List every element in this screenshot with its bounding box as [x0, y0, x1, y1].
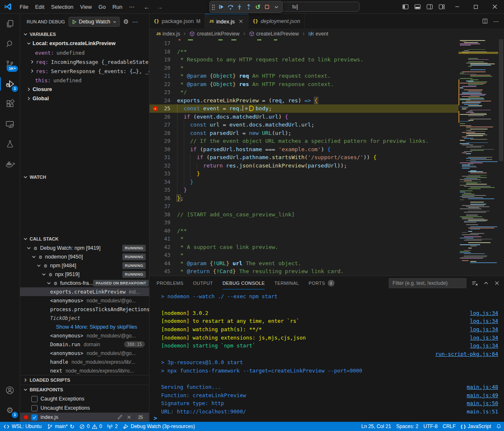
close-panel-icon[interactable]	[494, 280, 500, 286]
maximize-panel-icon[interactable]	[483, 280, 489, 286]
editor-gutter[interactable]: 38	[149, 210, 177, 219]
editor-gutter[interactable]: 32	[149, 162, 177, 170]
code-line[interactable]: 17	[149, 39, 458, 48]
step-over-button[interactable]	[226, 3, 234, 12]
editor-gutter[interactable]: 20	[149, 64, 177, 72]
status-language-mode[interactable]: { }JavaScript	[458, 422, 494, 431]
variable-row[interactable]: this:undefined	[20, 76, 149, 85]
menu-file[interactable]: File	[16, 2, 32, 12]
minimap[interactable]	[458, 39, 498, 276]
editor-gutter[interactable]: 27	[149, 121, 177, 129]
editor-gutter[interactable]: 23	[149, 88, 177, 96]
menu-edit[interactable]: Edit	[32, 2, 48, 12]
editor-gutter[interactable]: 31	[149, 153, 177, 162]
status-problems[interactable]: 00	[77, 422, 104, 431]
panel-tab-terminal[interactable]: TERMINAL	[274, 277, 299, 289]
editor-gutter[interactable]: 37	[149, 202, 177, 210]
variable-row[interactable]: Global	[20, 94, 149, 103]
continue-button[interactable]	[217, 3, 225, 12]
activity-item-run-and-debug[interactable]: 1	[0, 74, 20, 94]
editor-gutter[interactable]: 26	[149, 113, 177, 121]
code-line[interactable]: 45 * @return {!Card} The resulting previ…	[149, 267, 458, 276]
code-line[interactable]: 24exports.createLinkPreview = (req, res)…	[149, 96, 458, 105]
editor-gutter[interactable]: 21	[149, 72, 177, 80]
activity-item-explorer[interactable]	[0, 14, 20, 34]
debug-config-dropdown[interactable]: Debug Watch	[68, 17, 120, 27]
console-source-link[interactable]: log.js:34	[470, 326, 504, 332]
debug-console-repl-input[interactable]: >	[149, 414, 504, 422]
callstack-frame-row[interactable]: handlenode_modules/express/lib/...	[20, 357, 149, 366]
console-source-link[interactable]: log.js:34	[470, 342, 504, 349]
code-line[interactable]: 34}	[149, 178, 458, 186]
editor-gutter[interactable]: 45	[149, 267, 177, 276]
toggle-secondary-sidebar-button[interactable]	[423, 0, 436, 13]
breadcrumb-item[interactable]: JSindex.js	[156, 31, 180, 37]
callstack-session-row[interactable]: npm [9484]RUNNING	[20, 261, 149, 270]
code-line[interactable]: 38// [START add_ons_case_preview_link]	[149, 210, 458, 219]
code-line[interactable]: 23 */	[149, 88, 458, 96]
variable-row[interactable]: Local: exports.createLinkPreview	[20, 39, 149, 48]
breakpoint-row[interactable]: Uncaught Exceptions	[20, 403, 149, 413]
editor-gutter[interactable]: 22	[149, 80, 177, 89]
activity-item-search[interactable]	[0, 34, 20, 54]
console-source-link[interactable]: main.js:51	[467, 408, 504, 414]
minimize-button[interactable]	[448, 0, 466, 13]
code-line[interactable]: 43 *	[149, 251, 458, 259]
code-line[interactable]: 21 * @param {Object} req An HTTP request…	[149, 72, 458, 80]
panel-tab-problems[interactable]: PROBLEMS	[157, 277, 183, 289]
status-cursor-position[interactable]: Ln 25, Col 21	[359, 422, 393, 431]
callstack-session-row[interactable]: npx [9519]RUNNING	[20, 270, 149, 279]
callstack-frame-row[interactable]: process.processTicksAndRejections	[20, 305, 149, 314]
status-ports-forwarded[interactable]: 2	[104, 422, 120, 431]
console-filter-input[interactable]	[389, 278, 466, 288]
breadcrumb-item[interactable]: createLinkPreview	[189, 31, 239, 37]
back-arrow-icon[interactable]: ←	[144, 3, 150, 10]
debug-more-actions-icon[interactable]: ⋯	[132, 18, 138, 25]
variable-row[interactable]: res:ServerResponse {_events: {…}, _e…	[20, 66, 149, 76]
console-source-link[interactable]: log.js:34	[470, 310, 504, 316]
console-source-link[interactable]: run-script-pkg.js:64	[435, 351, 504, 357]
editor-gutter[interactable]: 34	[149, 178, 177, 186]
code-line[interactable]: 30if (parsedUrl.hostname === 'example.co…	[149, 145, 458, 154]
maximize-button[interactable]	[466, 0, 485, 13]
stop-button[interactable]	[263, 3, 271, 12]
inline-breakpoint-icon[interactable]	[249, 106, 254, 111]
editor-gutter[interactable]: 19	[149, 56, 177, 64]
panel-tab-output[interactable]: OUTPUT	[193, 277, 213, 289]
toolbar-drag-grip-icon[interactable]	[212, 4, 215, 10]
callstack-frame-row[interactable]: nextnode_modules/express/lib/ro...	[20, 366, 149, 375]
activity-item-settings[interactable]: ⚙1	[0, 400, 20, 420]
menu-run[interactable]: Run	[109, 2, 126, 12]
editor-gutter[interactable]: ➜25	[149, 104, 177, 113]
code-line[interactable]: 36};	[149, 194, 458, 203]
remove-breakpoint-icon[interactable]	[126, 414, 132, 420]
code-line[interactable]: 18/**	[149, 48, 458, 56]
breakpoint-row[interactable]: Caught Exceptions	[20, 394, 149, 403]
tab-deployment-json[interactable]: {}deployment.json	[248, 14, 305, 28]
menu-selection[interactable]: Selection	[48, 2, 76, 12]
variable-row[interactable]: Closure	[20, 85, 149, 94]
code-line[interactable]: ➜25const event = req.body;	[149, 104, 458, 113]
editor-gutter[interactable]: 40	[149, 227, 177, 235]
step-into-button[interactable]	[236, 3, 243, 12]
menu-go[interactable]: Go	[95, 2, 109, 12]
tab-package-json[interactable]: {}package.jsonM	[149, 14, 205, 28]
code-line[interactable]: 22 * @param {Object} res An HTTP respons…	[149, 80, 458, 89]
close-window-button[interactable]	[485, 0, 504, 13]
code-line[interactable]: 40/**	[149, 227, 458, 235]
code-line[interactable]: 27const url = event.docs.matchedUrl.url;	[149, 121, 458, 129]
debug-settings-gear-icon[interactable]: ⚙	[123, 18, 129, 25]
console-source-link[interactable]: log.js:34	[470, 318, 504, 324]
code-line[interactable]: 33}	[149, 170, 458, 178]
clear-console-icon[interactable]	[471, 280, 478, 286]
activity-item-source-control[interactable]: 1K+	[0, 54, 20, 74]
menu-view[interactable]: View	[77, 2, 95, 12]
status-notifications[interactable]	[494, 422, 504, 431]
editor-gutter[interactable]: 18	[149, 48, 177, 56]
activity-item-remote-explorer[interactable]	[0, 114, 20, 134]
split-editor-icon[interactable]	[482, 18, 488, 24]
code-line[interactable]: 28const parsedUrl = new URL(url);	[149, 129, 458, 137]
editor-gutter[interactable]: 41	[149, 235, 177, 243]
callstack-session-row[interactable]: nodemon [9450]RUNNING	[20, 252, 149, 261]
editor-gutter[interactable]: 29	[149, 137, 177, 145]
